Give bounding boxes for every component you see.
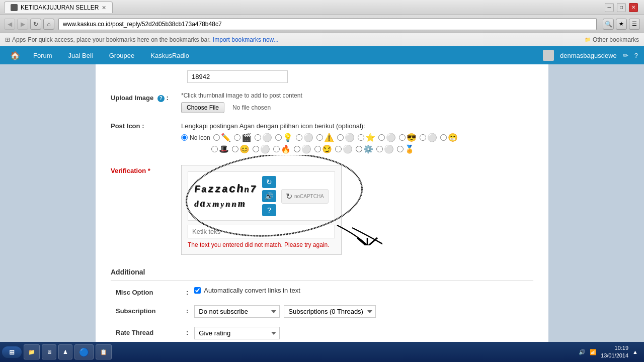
import-bookmarks-link[interactable]: Import bookmarks now... xyxy=(213,36,279,43)
icon-hat-option[interactable]: 🎩 xyxy=(211,144,229,154)
subscription-dropdown[interactable]: Do not subscribe xyxy=(194,305,280,318)
misc-checkbox[interactable] xyxy=(194,287,201,294)
tab-close-btn[interactable]: ✕ xyxy=(102,5,106,11)
browser-tab[interactable]: KETIDAKJUJURAN SELLER ✕ xyxy=(4,2,113,13)
maximize-btn[interactable]: □ xyxy=(617,3,626,12)
thread-id-input[interactable] xyxy=(187,70,288,83)
icon-circle4-option[interactable]: ⚪ xyxy=(378,133,396,142)
nav-forum[interactable]: Forum xyxy=(26,49,59,62)
icon-warning-option[interactable]: ⚠️ xyxy=(316,133,334,142)
upload-info-icon[interactable]: ? xyxy=(157,95,165,102)
rate-thread-row: Rate Thread : Give rating xyxy=(111,327,533,339)
page-content: Upload Image ? : *Click thumbnail image … xyxy=(96,64,548,342)
icon-pencil-option[interactable]: ✏️ xyxy=(213,133,231,142)
nav-groupee[interactable]: Groupee xyxy=(102,49,142,62)
captcha-input[interactable] xyxy=(188,225,335,238)
icon-circle6-option[interactable]: ⚪ xyxy=(253,144,270,154)
nav-radio[interactable]: KaskusRadio xyxy=(143,49,196,62)
volume-icon[interactable]: 🔊 xyxy=(579,349,586,355)
upload-content: *Click thumbnail image to add to post co… xyxy=(181,92,533,113)
icon-circle-option[interactable]: ⚪ xyxy=(255,133,272,142)
minimize-btn[interactable]: ─ xyxy=(605,3,614,12)
taskbar-game[interactable]: ♟ xyxy=(58,344,72,359)
thread-id-label xyxy=(111,70,181,72)
choose-file-btn[interactable]: Choose File xyxy=(181,102,224,113)
thread-id-content xyxy=(187,70,533,83)
additional-header: Additional xyxy=(111,264,533,281)
verification-label: Verification * xyxy=(111,165,181,174)
captcha-image: Fazzachn7 daxmynnm xyxy=(194,183,257,209)
captcha-image-area: Fazzachn7 daxmynnm ↻ 🔊 ? ↻ xyxy=(188,171,335,221)
icon-circle9-option[interactable]: ⚪ xyxy=(376,144,394,154)
clock-time: 10:19 xyxy=(601,344,628,352)
icon-sunglasses-option[interactable]: 😎 xyxy=(399,133,417,142)
icon-none-option[interactable]: No icon xyxy=(181,134,210,141)
close-btn[interactable]: ✕ xyxy=(629,3,638,12)
icon-row-2: 🎩 😊 ⚪ 🔥 ⚪ 😏 ⚪ ⚙️ ⚪ 🏅 xyxy=(211,144,533,154)
captcha-text-2: daxmynnm xyxy=(194,198,257,209)
network-icon[interactable]: 📶 xyxy=(590,349,597,355)
subscriptions-list-dropdown[interactable]: Subscriptions (0 Threads) xyxy=(284,305,376,318)
icon-happy-option[interactable]: 😊 xyxy=(232,144,250,154)
rate-thread-colon: : xyxy=(186,327,188,336)
apps-icon: ⊞ xyxy=(5,36,10,43)
captcha-wrapper: Fazzachn7 daxmynnm ↻ 🔊 ? ↻ xyxy=(181,165,342,255)
taskbar-computer[interactable]: 🖥 xyxy=(42,344,56,359)
titlebar: KETIDAKJUJURAN SELLER ✕ ─ □ ✕ xyxy=(0,0,644,15)
icon-star2-option[interactable]: ⚙️ xyxy=(356,144,373,154)
site-home-btn[interactable]: 🏠 xyxy=(6,49,24,62)
icon-circle2-option[interactable]: ⚪ xyxy=(296,133,313,142)
notification-area[interactable]: ▲ xyxy=(632,349,638,355)
taskbar-app1[interactable]: 📋 xyxy=(96,344,112,359)
bookmarks-bar: ⊞ Apps For quick access, place your book… xyxy=(0,33,644,46)
address-bar[interactable] xyxy=(58,18,597,30)
bookmark-star-icon[interactable]: ★ xyxy=(616,19,627,30)
start-button[interactable]: ⊞ xyxy=(2,346,22,358)
search-icon[interactable]: 🔍 xyxy=(603,19,614,30)
taskbar-explorer[interactable]: 📁 xyxy=(24,344,40,359)
misc-option-content: Automatically convert links in text xyxy=(194,287,528,294)
nav-jualbeli[interactable]: Jual Beli xyxy=(61,49,100,62)
misc-checkbox-label[interactable]: Automatically convert links in text xyxy=(194,287,528,294)
icon-film-option[interactable]: 🎬 xyxy=(234,133,252,142)
forward-btn[interactable]: ▶ xyxy=(17,19,28,30)
icon-grin-option[interactable]: 😁 xyxy=(440,133,458,142)
icon-bulb-option[interactable]: 💡 xyxy=(275,133,293,142)
upload-label: Upload Image ? : xyxy=(111,92,181,102)
captcha-audio-btn[interactable]: 🔊 xyxy=(262,190,276,202)
extensions-icon[interactable]: ☰ xyxy=(629,19,640,30)
upload-controls: Choose File No file chosen xyxy=(181,102,533,113)
icon-none-radio[interactable] xyxy=(181,134,188,141)
captcha-refresh-btn[interactable]: ↻ xyxy=(262,176,276,188)
icon-star-option[interactable]: ⭐ xyxy=(358,133,375,142)
rate-thread-dropdown[interactable]: Give rating xyxy=(194,327,280,339)
refresh-btn[interactable]: ↻ xyxy=(30,19,41,30)
misc-option-row: Misc Option : Automatically convert link… xyxy=(111,287,533,296)
captcha-help-btn[interactable]: ? xyxy=(262,204,276,216)
post-icon-label: Post Icon : xyxy=(111,122,181,130)
username-label: denmasbagusdewe xyxy=(560,52,617,59)
icon-fire-option[interactable]: 🔥 xyxy=(273,144,291,154)
upload-note: *Click thumbnail image to add to post co… xyxy=(181,92,533,99)
upload-image-row: Upload Image ? : *Click thumbnail image … xyxy=(106,92,538,113)
icon-circle7-option[interactable]: ⚪ xyxy=(294,144,311,154)
back-btn[interactable]: ◀ xyxy=(4,19,15,30)
icon-row-1: No icon ✏️ 🎬 ⚪ 💡 ⚪ ⚠️ ⚪ ⭐ ⚪ 😎 ⚪ 😁 xyxy=(181,133,533,142)
subscription-dropdowns: Do not subscribe Subscriptions (0 Thread… xyxy=(194,305,528,318)
icon-circle5-option[interactable]: ⚪ xyxy=(420,133,437,142)
icon-circle3-option[interactable]: ⚪ xyxy=(337,133,355,142)
icon-gold-option[interactable]: 🏅 xyxy=(397,144,415,154)
icon-circle8-option[interactable]: ⚪ xyxy=(335,144,353,154)
taskbar-chrome[interactable]: 🔵 xyxy=(74,344,94,359)
other-bookmarks: 📁 Other bookmarks xyxy=(585,36,639,43)
help-icon[interactable]: ? xyxy=(634,52,638,59)
no-icon-label: No icon xyxy=(190,134,210,141)
apps-label: Apps xyxy=(12,36,26,43)
edit-profile-icon[interactable]: ✏ xyxy=(623,52,628,59)
bookmarks-hint: For quick access, place your bookmarks h… xyxy=(28,36,211,43)
icon-cool-option[interactable]: 😏 xyxy=(314,144,332,154)
site-nav-right: denmasbagusdewe ✏ ? xyxy=(543,50,638,61)
home-btn[interactable]: ⌂ xyxy=(43,19,54,30)
site-navbar: 🏠 Forum Jual Beli Groupee KaskusRadio de… xyxy=(0,46,644,64)
rate-thread-label: Rate Thread xyxy=(116,327,186,336)
